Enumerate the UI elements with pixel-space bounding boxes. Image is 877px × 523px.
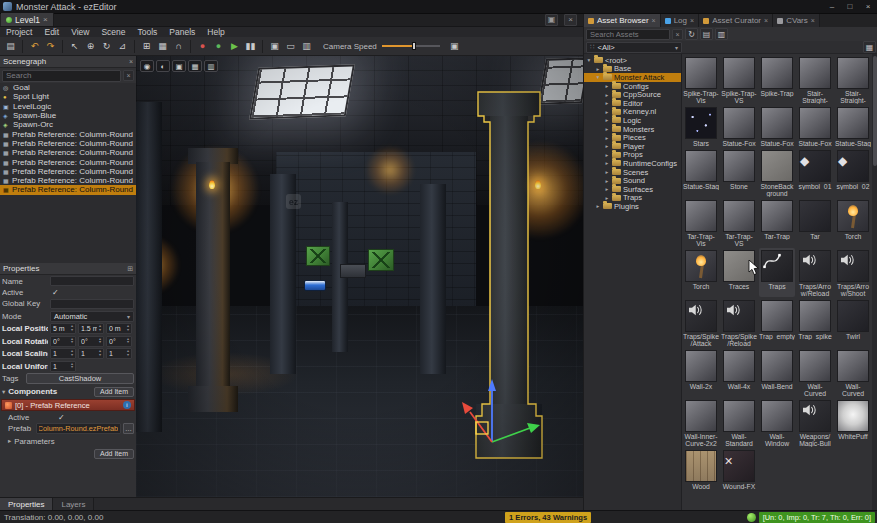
spinner-icon[interactable] [69, 350, 75, 357]
asset-tile-stars[interactable]: Stars [683, 105, 719, 147]
folder-surfaces[interactable]: ▸Surfaces [584, 185, 681, 194]
folder-configs[interactable]: ▸Configs [584, 82, 681, 91]
expander-icon[interactable]: ▸ [604, 143, 610, 149]
close-icon[interactable]: × [43, 15, 48, 24]
folder-monsters[interactable]: ▸Monsters [584, 125, 681, 134]
asset-tile-statue-fox[interactable]: Statue-Fox [759, 105, 795, 147]
add-parameter-button[interactable]: Add Item [94, 449, 134, 459]
asset-tile-symbol-02[interactable]: symbol_02 [835, 148, 871, 197]
asset-tile-wall-2x[interactable]: Wall-2x [683, 348, 719, 397]
folder-kenney-nl[interactable]: ▸Kenney.nl [584, 108, 681, 117]
asset-tile-wall-curved[interactable]: Wall-Curved [835, 348, 871, 397]
expander-icon[interactable]: ▸ [595, 66, 601, 72]
scenegraph-item-spot-light[interactable]: ●Spot Light [0, 92, 136, 101]
scenegraph-item-prefab-reference-column-round[interactable]: ▦Prefab Reference: Column-Round [0, 157, 136, 166]
name-field[interactable] [50, 276, 134, 286]
prefab-reference-component-header[interactable]: [0] - Prefab Reference i [1, 399, 135, 411]
expander-icon[interactable]: ▸ [604, 160, 610, 166]
asset-tile-traps-arrow-shoot[interactable]: Traps/Arrow/Shoot [835, 248, 871, 297]
spinner-icon[interactable] [97, 338, 103, 345]
chevron-down-icon[interactable]: ▾ [2, 388, 5, 396]
chevron-right-icon[interactable]: ▸ [8, 437, 11, 445]
expander-icon[interactable]: ▾ [586, 57, 592, 63]
scenegraph-search-input[interactable] [2, 70, 121, 82]
select-tool-icon[interactable]: ↖ [67, 39, 82, 54]
asset-tile-stair-straight-high[interactable]: Stair-Straight-High [797, 55, 833, 104]
asset-tile-whitepuff[interactable]: WhitePuff [835, 398, 871, 447]
camera-icon[interactable]: ▣ [267, 39, 282, 54]
panel-menu-icon[interactable]: ⊞ [127, 265, 133, 273]
pause-icon[interactable]: ▮▮ [243, 39, 258, 54]
browse-asset-button[interactable]: … [123, 423, 134, 434]
asset-tile-wall-bend[interactable]: Wall-Bend [759, 348, 795, 397]
folder-monster-attack[interactable]: ▾Monster Attack [584, 73, 681, 82]
rotation-x-field[interactable]: 0° [50, 336, 76, 347]
prefab-asset-field[interactable]: Column-Round.ezPrefab [36, 423, 121, 434]
asset-tile-tar-trap[interactable]: Tar-Trap [759, 198, 795, 247]
camera-view-icon[interactable]: ▣ [172, 60, 186, 72]
spinner-icon[interactable] [125, 338, 131, 345]
rotation-z-field[interactable]: 0° [106, 336, 132, 347]
close-button[interactable]: × [859, 0, 877, 13]
scenegraph-item-spawn-blue[interactable]: ◈Spawn-Blue [0, 111, 136, 120]
folder-cppsource[interactable]: ▸CppSource [584, 90, 681, 99]
tab-log[interactable]: Log× [661, 14, 699, 27]
scaling-z-field[interactable]: 1 [106, 348, 132, 359]
position-x-field[interactable]: 5 m [50, 323, 76, 334]
eye-icon[interactable]: ◉ [140, 60, 154, 72]
tab-asset-browser[interactable]: Asset Browser× [584, 14, 661, 27]
rotate-tool-icon[interactable]: ↻ [99, 39, 114, 54]
asset-tile-statue-fox[interactable]: Statue-Fox [797, 105, 833, 147]
camera-path-icon[interactable]: ▣ [447, 39, 462, 54]
spinner-icon[interactable] [125, 350, 131, 357]
asset-tile-spike-trap-vis[interactable]: Spike-Trap-Vis [683, 55, 719, 104]
folder-props[interactable]: ▸Props [584, 151, 681, 160]
view-options-icon[interactable]: ▦ [863, 41, 876, 53]
asset-settings-icon[interactable]: ▥ [715, 28, 728, 40]
simulate-green-icon[interactable]: ● [211, 39, 226, 54]
add-component-button[interactable]: Add Item [94, 387, 134, 397]
scaling-y-field[interactable]: 1 [78, 348, 104, 359]
grid-toggle-icon[interactable]: ▦ [188, 60, 202, 72]
redo-icon[interactable]: ↷ [43, 39, 58, 54]
magnet-icon[interactable]: ∩ [171, 39, 186, 54]
maximize-button[interactable]: □ [841, 0, 859, 13]
close-icon[interactable]: × [690, 17, 694, 24]
mode-dropdown[interactable]: Automatic▾ [50, 311, 134, 322]
scale-tool-icon[interactable]: ⊿ [115, 39, 130, 54]
close-icon[interactable]: × [811, 17, 815, 24]
folder-sound[interactable]: ▸Sound [584, 176, 681, 185]
tab-level1[interactable]: Level1 × [1, 13, 54, 26]
asset-tile-traps[interactable]: Traps [759, 248, 795, 297]
asset-tile-spike-trap-vs[interactable]: Spike-Trap-VS [721, 55, 757, 104]
expander-icon[interactable]: ▸ [604, 152, 610, 158]
asset-tile-wound-fx[interactable]: Wound-FX [721, 448, 757, 490]
viewport-3d[interactable]: ez ◉◐▣▦▥ [136, 56, 583, 497]
scaling-x-field[interactable]: 1 [50, 348, 76, 359]
asset-tile-stone[interactable]: Stone [721, 148, 757, 197]
tab-asset-curator[interactable]: Asset Curator× [699, 14, 773, 27]
menu-item-scene[interactable]: Scene [95, 27, 131, 37]
play-icon[interactable]: ▶ [227, 39, 242, 54]
expander-icon[interactable]: ▸ [604, 100, 610, 106]
folder-scenes[interactable]: ▸Scenes [584, 168, 681, 177]
minimize-button[interactable]: – [823, 0, 841, 13]
expander-icon[interactable]: ▸ [604, 109, 610, 115]
rotation-y-field[interactable]: 0° [78, 336, 104, 347]
asset-tile-stonebackground[interactable]: StoneBackground [759, 148, 795, 197]
folder-pieces[interactable]: ▸Pieces [584, 133, 681, 142]
expander-icon[interactable]: ▾ [595, 74, 601, 80]
position-z-field[interactable]: 0 m [106, 323, 132, 334]
asset-tile-wall-4x[interactable]: Wall-4x [721, 348, 757, 397]
folder-player[interactable]: ▸Player [584, 142, 681, 151]
asset-tile-wall-inner-curve-2x2[interactable]: Wall-Inner-Curve-2x2 [683, 398, 719, 447]
show-files-icon[interactable]: ▤ [700, 28, 713, 40]
folder-base[interactable]: ▸Base [584, 65, 681, 74]
expander-icon[interactable]: ▸ [604, 169, 610, 175]
float-window-icon[interactable]: ▣ [545, 14, 558, 26]
tags-button[interactable]: CastShadow [26, 373, 134, 384]
asset-search-input[interactable] [586, 29, 670, 40]
folder-logic[interactable]: ▸Logic [584, 116, 681, 125]
simulate-red-icon[interactable]: ● [195, 39, 210, 54]
scenegraph-item-levellogic[interactable]: ▣LevelLogic [0, 102, 136, 111]
